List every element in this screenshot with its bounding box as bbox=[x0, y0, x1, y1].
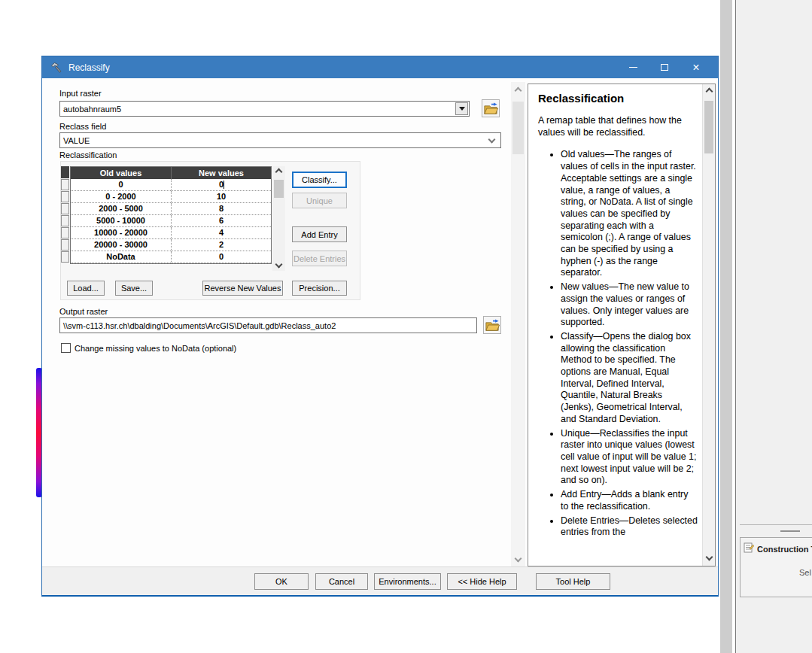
help-scrollbar-thumb[interactable] bbox=[704, 101, 713, 153]
dialog-title: Reclassify bbox=[68, 62, 110, 73]
table-scrollbar[interactable] bbox=[272, 166, 285, 271]
input-raster-combobox[interactable]: autobahnraum5 bbox=[59, 101, 470, 117]
reclassification-label: Reclassification bbox=[59, 150, 117, 159]
row-selector[interactable] bbox=[61, 179, 69, 190]
help-bullet-list: Old values—The ranges of values of cells… bbox=[538, 149, 698, 539]
maximize-button[interactable] bbox=[649, 56, 680, 78]
help-title: Reclassification bbox=[538, 92, 698, 105]
output-raster-input[interactable]: \\svm-c113.hsr.ch\dbalding\Documents\Arc… bbox=[59, 317, 477, 333]
panel-divider bbox=[740, 524, 812, 525]
table-row: 2000 - 5000 8 bbox=[71, 203, 271, 215]
chevron-up-icon[interactable] bbox=[275, 169, 283, 176]
table-row: 5000 - 10000 6 bbox=[71, 215, 271, 227]
classify-button[interactable]: Classify... bbox=[292, 172, 347, 188]
maximize-icon bbox=[661, 64, 668, 71]
hide-help-button[interactable]: << Hide Help bbox=[447, 573, 517, 590]
old-value-cell[interactable]: 10000 - 20000 bbox=[71, 227, 171, 239]
help-bullet: Add Entry—Adds a blank entry to the recl… bbox=[561, 489, 698, 512]
help-bullet: Delete Entries—Deletes selected entries … bbox=[561, 515, 698, 539]
old-value-cell[interactable]: 0 - 2000 bbox=[71, 191, 171, 203]
save-button[interactable]: Save... bbox=[115, 281, 153, 296]
nodata-checkbox-label[interactable]: Change missing values to NoData (optiona… bbox=[75, 344, 236, 353]
new-value-cell[interactable]: 8 bbox=[171, 203, 271, 215]
remap-table-header: Old values New values bbox=[71, 167, 271, 179]
construction-tools-icon bbox=[744, 542, 754, 556]
select-hint-text: Sel bbox=[799, 568, 811, 577]
row-selector-column bbox=[61, 166, 69, 263]
precision-button[interactable]: Precision... bbox=[292, 281, 347, 296]
reclass-field-value: VALUE bbox=[63, 136, 90, 145]
chevron-down-icon[interactable] bbox=[275, 261, 283, 269]
new-value-cell[interactable]: 6 bbox=[171, 215, 271, 227]
help-scrollbar[interactable] bbox=[702, 84, 715, 566]
old-value-cell[interactable]: 20000 - 30000 bbox=[71, 239, 171, 251]
load-button[interactable]: Load... bbox=[67, 281, 105, 296]
row-selector[interactable] bbox=[61, 251, 69, 263]
new-value-cell[interactable]: 0 bbox=[171, 251, 271, 263]
table-row: NoData 0 bbox=[71, 251, 271, 263]
old-value-cell[interactable]: 5000 - 10000 bbox=[71, 215, 171, 227]
table-row: 10000 - 20000 4 bbox=[71, 227, 271, 239]
help-content: Reclassification A remap table that defi… bbox=[528, 84, 702, 566]
add-entry-button[interactable]: Add Entry bbox=[292, 226, 347, 242]
reclass-field-label: Reclass field bbox=[59, 122, 106, 131]
chevron-up-icon[interactable] bbox=[705, 88, 713, 96]
dialog-scrollbar-thumb[interactable] bbox=[512, 102, 524, 154]
row-selector[interactable] bbox=[61, 227, 69, 238]
close-button[interactable]: × bbox=[680, 56, 712, 78]
unique-button: Unique bbox=[292, 193, 347, 208]
old-value-cell[interactable]: 2000 - 5000 bbox=[71, 203, 171, 215]
new-value-cell[interactable]: 10 bbox=[171, 191, 271, 203]
reclass-field-combobox[interactable]: VALUE bbox=[59, 132, 501, 148]
panel-resize-grip[interactable] bbox=[780, 530, 800, 532]
help-bullet: Old values—The ranges of values of cells… bbox=[561, 149, 698, 279]
selector-header-cell bbox=[61, 166, 69, 178]
tool-help-button[interactable]: Tool Help bbox=[536, 573, 610, 590]
nodata-checkbox[interactable] bbox=[61, 343, 71, 353]
input-raster-value: autobahnraum5 bbox=[63, 105, 121, 114]
delete-entries-button: Delete Entries bbox=[292, 251, 347, 266]
cancel-button[interactable]: Cancel bbox=[315, 573, 368, 590]
open-folder-icon bbox=[483, 102, 498, 115]
chevron-down-icon[interactable] bbox=[705, 554, 713, 561]
help-bullet: Classify—Opens the dialog box allowing t… bbox=[561, 331, 698, 426]
row-selector[interactable] bbox=[61, 203, 69, 214]
app-side-panel: Construction To Sel bbox=[735, 0, 812, 653]
row-selector[interactable] bbox=[61, 239, 69, 251]
remap-table: Old values New values 0 0 0 - 2000 10 20… bbox=[70, 166, 272, 264]
environments-button[interactable]: Environments... bbox=[374, 573, 441, 590]
old-value-cell[interactable]: NoData bbox=[71, 251, 171, 263]
reverse-new-values-button[interactable]: Reverse New Values bbox=[202, 281, 283, 296]
new-value-cell[interactable]: 0 bbox=[171, 179, 271, 191]
app-scrollbar-strip[interactable] bbox=[720, 0, 732, 653]
minimize-icon bbox=[629, 67, 637, 68]
output-raster-browse-button[interactable] bbox=[483, 316, 501, 334]
help-pane: Reclassification A remap table that defi… bbox=[528, 84, 716, 566]
new-value-cell[interactable]: 2 bbox=[171, 239, 271, 251]
chevron-down-icon[interactable] bbox=[515, 555, 522, 563]
dialog-footer: OK Cancel Environments... << Hide Help T… bbox=[42, 566, 718, 595]
table-scrollbar-thumb[interactable] bbox=[274, 180, 284, 198]
hammer-tool-icon bbox=[50, 62, 62, 74]
row-selector[interactable] bbox=[61, 191, 69, 202]
input-raster-dropdown-button[interactable] bbox=[455, 102, 468, 115]
output-raster-label: Output raster bbox=[59, 307, 108, 316]
help-intro: A remap table that defines how the value… bbox=[538, 115, 698, 138]
minimize-button[interactable] bbox=[617, 56, 649, 78]
output-raster-value: \\svm-c113.hsr.ch\dbalding\Documents\Arc… bbox=[63, 321, 336, 330]
open-folder-icon bbox=[485, 318, 500, 332]
construction-tools-panel: Construction To Sel bbox=[740, 537, 812, 597]
help-bullet: Unique—Reclassifies the input raster int… bbox=[561, 428, 698, 487]
table-row: 20000 - 30000 2 bbox=[71, 239, 271, 251]
old-value-cell[interactable]: 0 bbox=[71, 179, 171, 191]
input-raster-browse-button[interactable] bbox=[482, 99, 500, 117]
reclassify-dialog: Reclassify × Input raster autobahnraum5 … bbox=[41, 56, 719, 597]
new-value-cell[interactable]: 4 bbox=[171, 227, 271, 239]
dialog-titlebar[interactable]: Reclassify × bbox=[42, 56, 718, 78]
dialog-scrollbar[interactable] bbox=[511, 82, 525, 569]
ok-button[interactable]: OK bbox=[254, 573, 309, 590]
input-raster-label: Input raster bbox=[59, 89, 102, 98]
help-bullet: New values—The new value to assign the v… bbox=[561, 281, 698, 329]
chevron-up-icon[interactable] bbox=[515, 87, 522, 95]
row-selector[interactable] bbox=[61, 215, 69, 226]
